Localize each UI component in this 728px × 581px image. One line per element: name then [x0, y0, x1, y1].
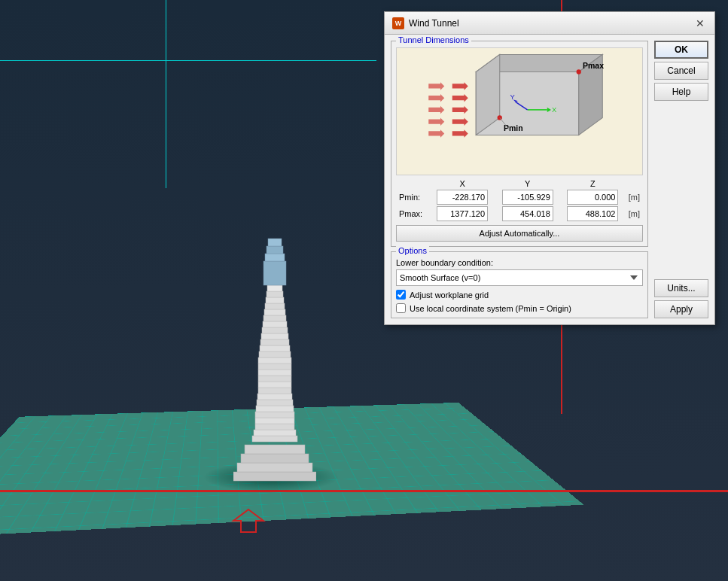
svg-rect-8: [255, 412, 294, 418]
svg-rect-27: [266, 297, 284, 303]
svg-rect-2: [241, 454, 309, 463]
tunnel-dimensions-group: Tunnel Dimensions: [391, 41, 648, 247]
help-button[interactable]: Help: [654, 83, 708, 101]
options-label: Options: [396, 246, 429, 255]
svg-rect-3: [245, 445, 305, 454]
coord-table: X Y Z Pmin: [m]: [396, 178, 643, 222]
svg-rect-24: [263, 315, 286, 321]
pmin-x-input[interactable]: [437, 190, 488, 205]
svg-rect-7: [255, 418, 294, 424]
col-header-y: Y: [495, 178, 560, 189]
dialog-body: Tunnel Dimensions: [385, 35, 714, 324]
options-group: Options Lower boundary condition: Smooth…: [391, 251, 648, 318]
lower-bc-label: Lower boundary condition:: [396, 258, 643, 267]
pmax-y-input[interactable]: [502, 206, 553, 221]
pmax-z-input[interactable]: [567, 206, 618, 221]
svg-point-56: [577, 69, 581, 74]
svg-rect-6: [255, 424, 294, 430]
svg-rect-32: [267, 246, 283, 254]
svg-rect-4: [252, 436, 297, 442]
local-coord-row: Use local coordinate system (Pmin = Orig…: [396, 303, 643, 313]
lower-bc-dropdown[interactable]: Smooth Surface (v=0) Rough Surface Slip: [396, 269, 643, 286]
svg-rect-28: [267, 291, 283, 297]
svg-text:Pmin: Pmin: [504, 123, 523, 132]
pmin-label: Pmin:: [396, 189, 430, 205]
svg-rect-13: [258, 382, 291, 388]
dialog-main-content: Tunnel Dimensions: [391, 41, 648, 318]
svg-text:Pmax: Pmax: [583, 61, 604, 70]
dialog-close-button[interactable]: ✕: [693, 17, 707, 30]
cancel-button[interactable]: Cancel: [654, 62, 708, 80]
svg-rect-19: [260, 345, 290, 351]
svg-rect-21: [261, 333, 288, 339]
local-coord-label: Use local coordinate system (Pmin = Orig…: [410, 304, 571, 313]
svg-rect-22: [262, 327, 288, 333]
dialog-title: Wind Tunnel: [409, 18, 459, 29]
svg-rect-25: [264, 309, 285, 315]
svg-rect-15: [258, 370, 291, 376]
svg-marker-34: [233, 510, 263, 532]
svg-rect-30: [263, 261, 286, 285]
pmin-y-input[interactable]: [502, 190, 553, 205]
svg-rect-17: [258, 357, 291, 364]
apply-button[interactable]: Apply: [654, 300, 708, 318]
adjust-automatically-button[interactable]: Adjust Automatically...: [396, 225, 643, 242]
pmin-row: Pmin: [m]: [396, 189, 643, 205]
svg-rect-26: [265, 303, 285, 309]
ok-button[interactable]: OK: [654, 41, 708, 59]
origin-arrow: [222, 506, 275, 543]
tunnel-diagram: X Y Pmax Pmin: [396, 47, 643, 175]
wind-tunnel-icon: W: [392, 17, 404, 29]
pmin-unit: [m]: [626, 189, 643, 205]
svg-rect-29: [267, 285, 282, 291]
svg-rect-9: [256, 406, 294, 412]
adjust-workplane-row: Adjust workplane grid: [396, 290, 643, 300]
svg-rect-33: [268, 239, 282, 246]
adjust-workplane-checkbox[interactable]: [396, 290, 406, 300]
svg-rect-0: [233, 472, 316, 481]
svg-text:X: X: [552, 105, 557, 114]
local-coord-checkbox[interactable]: [396, 303, 406, 313]
pmax-label: Pmax:: [396, 205, 430, 222]
svg-rect-1: [237, 463, 312, 472]
svg-text:Y: Y: [510, 93, 515, 101]
red-axis-horizontal: [0, 490, 728, 492]
cyan-axis-vertical: [166, 0, 166, 188]
dialog-sidebar: OK Cancel Help Units... Apply: [654, 41, 708, 318]
svg-rect-14: [258, 376, 291, 382]
col-header-z: Z: [560, 178, 626, 189]
col-header-x: X: [430, 178, 495, 189]
svg-rect-12: [258, 388, 291, 394]
pmax-x-input[interactable]: [437, 206, 488, 221]
svg-rect-10: [257, 400, 293, 406]
tunnel-dimensions-label: Tunnel Dimensions: [396, 35, 471, 44]
units-button[interactable]: Units...: [654, 279, 708, 297]
wind-tunnel-dialog: W Wind Tunnel ✕ Tunnel Dimensions: [384, 11, 715, 325]
svg-rect-23: [263, 321, 287, 327]
building-model: [233, 216, 316, 479]
pmin-z-input[interactable]: [567, 190, 618, 205]
svg-rect-18: [259, 351, 291, 357]
pmax-unit: [m]: [626, 205, 643, 222]
tunnel-diagram-svg: X Y Pmax Pmin: [397, 48, 642, 175]
svg-rect-31: [265, 254, 285, 261]
svg-rect-11: [257, 394, 292, 400]
svg-rect-20: [260, 339, 289, 345]
dialog-title-left: W Wind Tunnel: [392, 17, 459, 29]
dialog-titlebar: W Wind Tunnel ✕: [385, 12, 714, 35]
pmax-row: Pmax: [m]: [396, 205, 643, 222]
svg-rect-5: [254, 430, 296, 436]
svg-rect-16: [258, 364, 291, 370]
adjust-workplane-label: Adjust workplane grid: [410, 290, 489, 300]
cyan-axis-horizontal: [0, 60, 376, 61]
